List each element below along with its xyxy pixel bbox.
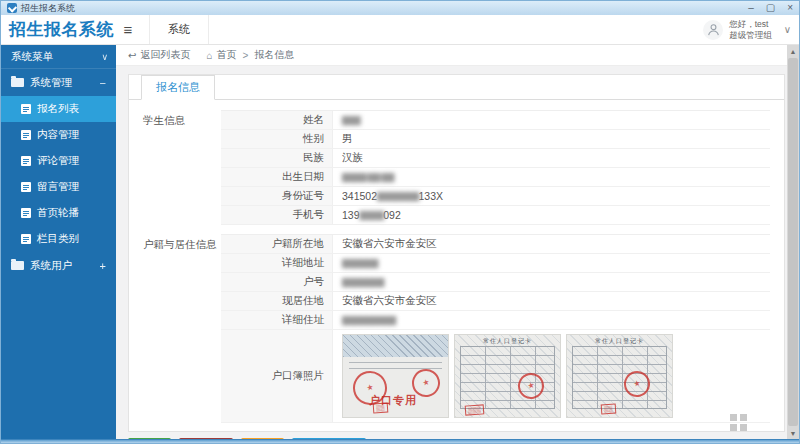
scrollbar-thumb[interactable] (788, 58, 798, 426)
reason-button[interactable]: 原因 (241, 438, 284, 439)
user-menu[interactable]: 您好，test 超级管理组 ∨ (703, 15, 799, 44)
group-title: 户籍与居住信息 (143, 234, 221, 423)
approve-button[interactable]: 通过 (128, 438, 171, 439)
home-icon: ⌂ (206, 50, 212, 61)
breadcrumb: ↩ 返回列表页 ⌂ 首页 > 报名信息 (116, 45, 787, 66)
sidebar-item-message-manage[interactable]: 留言管理 (1, 174, 116, 200)
breadcrumb-home-link[interactable]: ⌂ 首页 (206, 48, 236, 62)
chevron-down-icon: ∨ (101, 52, 108, 62)
document-icon (21, 156, 31, 166)
close-button[interactable]: × (787, 3, 793, 13)
app-header: 招生报名系统 ≡ 系统 您好，test 超级管理组 ∨ (1, 15, 799, 45)
os-titlebar: 招生报名系统 – ▢ × (1, 1, 799, 15)
reject-button[interactable]: 不通过 (179, 438, 233, 439)
redacted-value: ▇▇▇▇-▇▇-▇▇ (342, 172, 393, 182)
action-bar: 通过 不通过 原因 返回上一页 (128, 438, 787, 439)
vertical-scrollbar[interactable]: ▲ ▼ (787, 45, 799, 439)
field-row-current-address: 详细住址 ▇▇▇▇▇▇▇▇▇ (221, 311, 770, 330)
red-seal-icon: ▒▒▒ (465, 404, 484, 415)
field-row-birthdate: 出生日期 ▇▇▇▇-▇▇-▇▇ (221, 168, 770, 187)
red-seal-icon: ▒▒ (601, 404, 616, 415)
field-row-household-photos: 户口簿照片 (221, 330, 770, 423)
sidebar-menu-title: 系统菜单 (11, 50, 53, 64)
tab-enroll-info[interactable]: 报名信息 (141, 75, 215, 100)
user-role: 超级管理组 (729, 30, 772, 41)
sidebar-item-content-manage[interactable]: 内容管理 (1, 122, 116, 148)
redacted-value: ▇▇▇▇ (360, 210, 384, 220)
field-row-current-place: 现居住地 安徽省六安市金安区 (221, 292, 770, 311)
household-photo-3[interactable]: 常住人口登记卡 ▒▒ (566, 334, 673, 418)
document-icon (21, 130, 31, 140)
back-previous-page-button[interactable]: 返回上一页 (292, 438, 367, 439)
redacted-value: ▇▇▇▇▇▇▇ (342, 277, 383, 287)
red-seal-icon: ▒▒ (373, 403, 388, 414)
redacted-value: ▇▇▇▇▇▇▇ (377, 191, 418, 201)
field-row-id-number: 身份证号 341502▇▇▇▇▇▇▇133X (221, 187, 770, 206)
window-title: 招生报名系统 (21, 2, 75, 15)
sidebar-section-system-users[interactable]: 系统用户 + (1, 252, 116, 279)
sidebar: 系统菜单 ∨ 系统管理 − 报名列表 内容管理 评论管理 (1, 45, 116, 439)
household-photo-2[interactable]: 常住人口登记卡 ▒▒▒ (454, 334, 561, 418)
sidebar-item-comment-manage[interactable]: 评论管理 (1, 148, 116, 174)
document-icon (21, 182, 31, 192)
back-to-list-link[interactable]: ↩ 返回列表页 (128, 48, 190, 62)
field-row-name: 姓名 ▇▇▇ (221, 111, 770, 130)
back-arrow-icon: ↩ (128, 50, 136, 61)
collapse-icon: − (100, 77, 106, 89)
hamburger-menu-icon[interactable]: ≡ (113, 15, 143, 44)
redacted-value: ▇▇▇▇▇▇ (342, 258, 378, 268)
redacted-value: ▇▇▇▇▇▇▇▇▇ (342, 315, 395, 325)
scroll-down-icon[interactable]: ▼ (787, 427, 799, 439)
folder-icon (11, 78, 24, 87)
group-household-info: 户籍与居住信息 户籍所在地 安徽省六安市金安区 详细地址 ▇▇▇▇▇▇ (143, 234, 770, 423)
app-window: 招生报名系统 – ▢ × 招生报名系统 ≡ 系统 您好，test 超级管理组 ∨ (0, 0, 800, 444)
doc-title: 常住人口登记卡 (567, 337, 672, 346)
redacted-value: ▇▇▇ (342, 115, 360, 125)
document-icon (21, 104, 31, 114)
app-logo-icon (7, 3, 17, 13)
field-row-registered-place: 户籍所在地 安徽省六安市金安区 (221, 235, 770, 254)
field-row-ethnicity: 民族 汉族 (221, 149, 770, 168)
breadcrumb-separator: > (242, 50, 248, 61)
folder-icon (11, 261, 24, 270)
user-chevron-down-icon[interactable]: ∨ (784, 24, 791, 35)
sidebar-item-column-category[interactable]: 栏目类别 (1, 226, 116, 252)
group-title: 学生信息 (143, 110, 221, 225)
breadcrumb-current: 报名信息 (254, 48, 294, 62)
field-row-household-number: 户号 ▇▇▇▇▇▇▇ (221, 273, 770, 292)
sidebar-section-system-manage[interactable]: 系统管理 − (1, 69, 116, 96)
photo-decoration (572, 346, 667, 409)
enroll-info-panel: 报名信息 学生信息 姓名 ▇▇▇ 性别 男 (128, 74, 785, 432)
document-icon (21, 234, 31, 244)
main-content: ↩ 返回列表页 ⌂ 首页 > 报名信息 报名信息 学生信息 (116, 45, 799, 439)
field-row-phone: 手机号 139▇▇▇▇092 (221, 206, 770, 225)
document-icon (21, 208, 31, 218)
scroll-up-icon[interactable]: ▲ (787, 45, 799, 57)
window-bottom-border (1, 439, 799, 443)
household-photo-1[interactable]: 户口专用 ▒▒ (342, 334, 449, 418)
user-icon (703, 20, 723, 40)
maximize-button[interactable]: ▢ (766, 3, 775, 13)
group-student-info: 学生信息 姓名 ▇▇▇ 性别 男 民族 (143, 110, 770, 225)
photo-decoration (343, 335, 448, 357)
sidebar-item-enroll-list[interactable]: 报名列表 (1, 96, 116, 122)
header-tab-strip: 系统 (149, 15, 209, 44)
minimize-button[interactable]: – (748, 3, 754, 13)
sidebar-menu-header[interactable]: 系统菜单 ∨ (1, 45, 116, 69)
sidebar-item-home-carousel[interactable]: 首页轮播 (1, 200, 116, 226)
field-row-gender: 性别 男 (221, 130, 770, 149)
panel-tab-strip: 报名信息 (129, 75, 784, 100)
expand-icon: + (100, 260, 106, 272)
grid-layout-icon[interactable] (730, 414, 747, 431)
field-row-detail-address: 详细地址 ▇▇▇▇▇▇ (221, 254, 770, 273)
doc-title: 常住人口登记卡 (455, 337, 560, 346)
app-logo-text: 招生报名系统 (1, 15, 113, 44)
tab-system[interactable]: 系统 (149, 15, 209, 44)
user-greeting: 您好，test (729, 19, 772, 30)
